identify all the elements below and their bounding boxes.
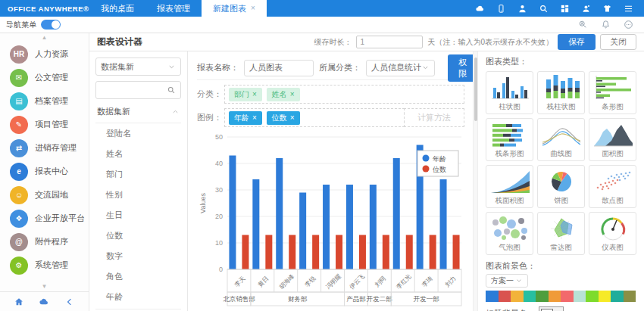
comment-icon[interactable]: [624, 20, 633, 30]
remove-tag-icon[interactable]: ×: [252, 114, 257, 122]
chart-type-label: 栈柱状图: [539, 102, 583, 112]
user-search-icon[interactable]: [578, 20, 588, 30]
field-item[interactable]: 部门: [95, 164, 181, 185]
sidebar-item-system[interactable]: ⚙系统管理: [0, 253, 89, 277]
palette-swatch: [599, 291, 611, 302]
calc-method-button[interactable]: 计算方法: [404, 108, 464, 127]
gear-icon: ⚙: [10, 257, 28, 275]
back-icon[interactable]: [64, 297, 75, 307]
sidebar-item-official-doc[interactable]: ✉公文管理: [0, 66, 89, 89]
field-list: 登陆名姓名部门性别生日位数数字角色年龄: [95, 123, 181, 307]
chart-type-line[interactable]: 曲线图: [537, 118, 585, 161]
chart-type-area[interactable]: 面积图: [589, 118, 636, 161]
field-item[interactable]: 位数: [95, 225, 181, 246]
sidebar-item-report-center[interactable]: e报表中心: [0, 160, 89, 183]
category-select[interactable]: 人员信息统计: [366, 60, 435, 76]
legend-row: 图例： 年龄×位数× 计算方法: [197, 108, 464, 127]
color-scheme-select[interactable]: 方案一: [486, 274, 528, 288]
tab-我的桌面[interactable]: 我的桌面: [89, 0, 145, 17]
cloud-icon[interactable]: [475, 4, 485, 14]
svg-text:0: 0: [219, 266, 223, 273]
chart-type-hbar[interactable]: 条形图: [589, 71, 636, 114]
user-icon[interactable]: [517, 4, 527, 14]
title-bg-row: 标题背景色：: [486, 306, 636, 311]
dataset-select[interactable]: 数据集新: [95, 58, 181, 76]
search-icon: [167, 86, 176, 95]
remove-tag-icon[interactable]: ×: [290, 114, 295, 122]
tag-位数[interactable]: 位数×: [267, 111, 300, 125]
title-bg-color-picker[interactable]: [539, 306, 564, 311]
tab-新建图表[interactable]: 新建图表×: [202, 0, 267, 17]
home-icon[interactable]: [14, 297, 24, 307]
chart-type-pie[interactable]: 饼图: [537, 165, 585, 208]
tag-部门[interactable]: 部门×: [229, 88, 262, 101]
chart-type-radar[interactable]: 雷达图: [537, 212, 585, 255]
sidebar-item-open-platform[interactable]: ❖企业开放平台: [0, 207, 89, 230]
tag-姓名[interactable]: 姓名×: [267, 88, 300, 101]
mobile-icon[interactable]: [496, 4, 506, 14]
close-tab-icon[interactable]: ×: [251, 0, 255, 17]
chart-type-gauge[interactable]: 仪表图: [589, 212, 636, 255]
close-button[interactable]: 关闭: [600, 34, 636, 50]
remove-tag-icon[interactable]: ×: [252, 90, 257, 98]
field-item[interactable]: 数字: [95, 246, 181, 266]
remove-tag-icon[interactable]: ×: [290, 90, 295, 98]
chart-type-bar[interactable]: 柱状图: [486, 71, 533, 114]
chart-type-stacked-bar[interactable]: 栈柱状图: [537, 71, 585, 114]
vertical-scrollbar[interactable]: [473, 51, 478, 311]
sidebar-item-forum[interactable]: ☺交流园地: [0, 183, 89, 207]
chart-type-stacked-area[interactable]: 栈面积图: [486, 165, 533, 208]
field-item[interactable]: 年龄: [95, 287, 181, 307]
field-search[interactable]: [95, 81, 181, 99]
content-area: ▴ HR人力资源✉公文管理▤档案管理✎项目管理⇄进销存管理e报表中心☺交流园地❖…: [0, 33, 644, 311]
classify-dropzone[interactable]: 部门×姓名×: [224, 85, 464, 104]
search-icon[interactable]: [539, 4, 549, 14]
contact-icon[interactable]: [581, 4, 591, 14]
chart-type-label: 雷达图: [539, 243, 583, 253]
field-item[interactable]: 角色: [95, 266, 181, 287]
apps-icon[interactable]: [560, 4, 570, 14]
sidebar-scroll-down[interactable]: ▾: [0, 282, 89, 291]
app-window: Office Anywhere® 我的桌面报表管理新建图表× 导航菜单 ▴ HR…: [0, 0, 644, 311]
legend-dropzone[interactable]: 年龄×位数×: [224, 108, 405, 127]
tab-报表管理[interactable]: 报表管理: [145, 0, 202, 17]
palette-swatch: [586, 291, 599, 302]
field-item[interactable]: 姓名: [95, 144, 181, 164]
app-logo: Office Anywhere®: [0, 0, 89, 17]
field-item[interactable]: 登陆名: [95, 123, 181, 144]
sidebar-item-inventory[interactable]: ⇄进销存管理: [0, 136, 89, 160]
sidebar-item-hr[interactable]: HR人力资源: [0, 42, 89, 66]
cache-duration-input[interactable]: [356, 36, 423, 48]
sidebar-item-label: 报表中心: [35, 166, 68, 177]
tag-年龄[interactable]: 年龄×: [229, 111, 262, 125]
bar-thumbnail-icon: [489, 74, 531, 101]
chart-type-scatter[interactable]: 散点图: [589, 165, 636, 208]
sidebar-scroll-up[interactable]: ▴: [0, 33, 89, 42]
svg-text:冯明耀: 冯明耀: [325, 273, 342, 291]
chart-type-stacked-hbar[interactable]: 栈条形图: [486, 118, 533, 161]
sidebar-item-archive[interactable]: ▤档案管理: [0, 89, 89, 113]
palette-swatch: [511, 291, 524, 302]
menu-icon[interactable]: [624, 4, 633, 14]
report-name-input[interactable]: [244, 60, 314, 76]
dataset-group-header[interactable]: 数据集新: [95, 99, 181, 123]
sidebar-item-label: 档案管理: [35, 95, 68, 107]
nav-menu-toggle[interactable]: [41, 20, 61, 30]
field-item[interactable]: 生日: [95, 205, 181, 225]
classify-label: 分类：: [197, 89, 224, 100]
sidebar-item-label: 项目管理: [35, 119, 68, 130]
topbar-icons: [475, 0, 644, 17]
bell-icon[interactable]: [601, 20, 611, 30]
sidebar-item-label: 企业开放平台: [35, 213, 85, 224]
shirt-icon[interactable]: [602, 4, 612, 14]
chart-type-label: 柱状图: [488, 102, 531, 112]
save-button[interactable]: 保存: [558, 34, 596, 50]
field-item[interactable]: 性别: [95, 185, 181, 205]
scrollbar-thumb[interactable]: [474, 58, 477, 121]
search-input[interactable]: [101, 86, 167, 95]
svg-text:产品部: 产品部: [346, 295, 366, 303]
sidebar-item-project[interactable]: ✎项目管理: [0, 113, 89, 136]
sidebar-item-attachment[interactable]: @附件程序: [0, 230, 89, 253]
chart-type-bubble[interactable]: 气泡图: [486, 212, 533, 255]
cloud-icon[interactable]: [39, 297, 49, 307]
